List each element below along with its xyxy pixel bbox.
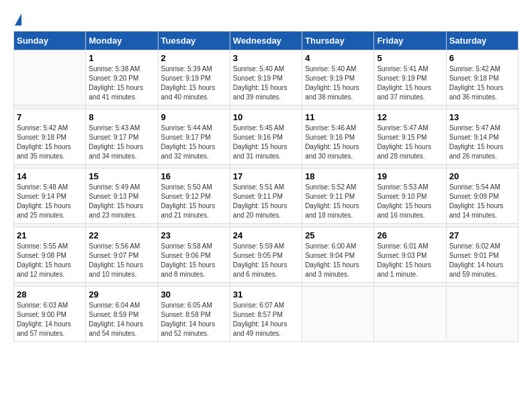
calendar-week-row: 14Sunrise: 5:48 AM Sunset: 9:14 PM Dayli… <box>14 169 519 224</box>
day-info: Sunrise: 5:40 AM Sunset: 9:19 PM Dayligh… <box>305 64 371 102</box>
calendar-day-cell: 23Sunrise: 5:58 AM Sunset: 9:06 PM Dayli… <box>158 228 230 283</box>
day-number: 28 <box>17 289 83 300</box>
calendar-day-cell: 18Sunrise: 5:52 AM Sunset: 9:11 PM Dayli… <box>302 169 374 224</box>
calendar-day-cell: 7Sunrise: 5:42 AM Sunset: 9:18 PM Daylig… <box>14 109 86 165</box>
day-info: Sunrise: 5:39 AM Sunset: 9:19 PM Dayligh… <box>161 64 227 102</box>
day-info: Sunrise: 6:00 AM Sunset: 9:04 PM Dayligh… <box>305 242 371 279</box>
day-number: 27 <box>449 230 515 240</box>
day-number: 13 <box>449 112 515 122</box>
calendar-week-row: 28Sunrise: 6:03 AM Sunset: 9:00 PM Dayli… <box>14 287 519 342</box>
calendar-week-row: 7Sunrise: 5:42 AM Sunset: 9:18 PM Daylig… <box>14 109 519 165</box>
day-number: 9 <box>161 112 227 122</box>
day-info: Sunrise: 5:48 AM Sunset: 9:14 PM Dayligh… <box>17 183 83 220</box>
calendar-day-cell <box>302 287 374 342</box>
day-number: 23 <box>161 230 227 240</box>
day-number: 26 <box>377 230 443 240</box>
calendar-day-cell: 5Sunrise: 5:41 AM Sunset: 9:19 PM Daylig… <box>374 50 446 105</box>
day-info: Sunrise: 6:02 AM Sunset: 9:01 PM Dayligh… <box>449 242 515 279</box>
day-number: 19 <box>377 171 443 181</box>
calendar-day-cell: 14Sunrise: 5:48 AM Sunset: 9:14 PM Dayli… <box>14 169 86 224</box>
day-number: 17 <box>233 171 299 181</box>
day-info: Sunrise: 5:58 AM Sunset: 9:06 PM Dayligh… <box>161 242 227 279</box>
day-info: Sunrise: 5:43 AM Sunset: 9:17 PM Dayligh… <box>89 124 154 161</box>
day-number: 4 <box>305 53 371 63</box>
calendar-day-cell: 3Sunrise: 5:40 AM Sunset: 9:19 PM Daylig… <box>230 50 302 105</box>
column-header-sunday: Sunday <box>14 32 86 50</box>
calendar-day-cell: 4Sunrise: 5:40 AM Sunset: 9:19 PM Daylig… <box>302 50 374 105</box>
day-info: Sunrise: 6:01 AM Sunset: 9:03 PM Dayligh… <box>377 242 443 279</box>
day-info: Sunrise: 5:45 AM Sunset: 9:16 PM Dayligh… <box>233 124 299 161</box>
day-info: Sunrise: 5:54 AM Sunset: 9:09 PM Dayligh… <box>449 183 515 220</box>
calendar-day-cell: 8Sunrise: 5:43 AM Sunset: 9:17 PM Daylig… <box>86 109 158 165</box>
day-info: Sunrise: 5:42 AM Sunset: 9:18 PM Dayligh… <box>17 124 83 161</box>
day-number: 5 <box>377 53 443 63</box>
day-number: 1 <box>89 53 154 63</box>
day-info: Sunrise: 5:44 AM Sunset: 9:17 PM Dayligh… <box>161 124 227 161</box>
calendar-day-cell: 11Sunrise: 5:46 AM Sunset: 9:16 PM Dayli… <box>302 109 374 165</box>
calendar-day-cell: 13Sunrise: 5:47 AM Sunset: 9:14 PM Dayli… <box>446 109 518 165</box>
day-number: 24 <box>233 230 299 240</box>
calendar-week-row: 1Sunrise: 5:38 AM Sunset: 9:20 PM Daylig… <box>14 50 519 105</box>
day-number: 21 <box>17 230 83 240</box>
calendar-day-cell: 21Sunrise: 5:55 AM Sunset: 9:08 PM Dayli… <box>14 228 86 283</box>
calendar-day-cell: 12Sunrise: 5:47 AM Sunset: 9:15 PM Dayli… <box>374 109 446 165</box>
day-info: Sunrise: 5:53 AM Sunset: 9:10 PM Dayligh… <box>377 183 443 220</box>
calendar-day-cell: 31Sunrise: 6:07 AM Sunset: 8:57 PM Dayli… <box>230 287 302 342</box>
calendar-day-cell <box>446 287 518 342</box>
calendar-day-cell: 29Sunrise: 6:04 AM Sunset: 8:59 PM Dayli… <box>86 287 158 342</box>
day-number: 7 <box>17 112 83 122</box>
column-header-tuesday: Tuesday <box>158 32 230 50</box>
day-info: Sunrise: 5:47 AM Sunset: 9:15 PM Dayligh… <box>377 124 443 161</box>
day-number: 16 <box>161 171 227 181</box>
calendar-day-cell: 27Sunrise: 6:02 AM Sunset: 9:01 PM Dayli… <box>446 228 518 283</box>
day-number: 10 <box>233 112 299 122</box>
calendar-day-cell: 15Sunrise: 5:49 AM Sunset: 9:13 PM Dayli… <box>86 169 158 224</box>
day-number: 18 <box>305 171 371 181</box>
day-info: Sunrise: 5:51 AM Sunset: 9:11 PM Dayligh… <box>233 183 299 220</box>
calendar-day-cell: 16Sunrise: 5:50 AM Sunset: 9:12 PM Dayli… <box>158 169 230 224</box>
calendar-week-row: 21Sunrise: 5:55 AM Sunset: 9:08 PM Dayli… <box>14 228 519 283</box>
calendar-day-cell: 26Sunrise: 6:01 AM Sunset: 9:03 PM Dayli… <box>374 228 446 283</box>
day-number: 15 <box>89 171 154 181</box>
page-header <box>13 13 519 24</box>
day-number: 25 <box>305 230 371 240</box>
calendar-day-cell: 28Sunrise: 6:03 AM Sunset: 9:00 PM Dayli… <box>14 287 86 342</box>
column-header-wednesday: Wednesday <box>230 32 302 50</box>
day-info: Sunrise: 5:52 AM Sunset: 9:11 PM Dayligh… <box>305 183 371 220</box>
calendar-day-cell: 9Sunrise: 5:44 AM Sunset: 9:17 PM Daylig… <box>158 109 230 165</box>
day-number: 30 <box>161 289 227 300</box>
day-info: Sunrise: 5:42 AM Sunset: 9:18 PM Dayligh… <box>449 64 515 102</box>
day-number: 11 <box>305 112 371 122</box>
calendar-day-cell: 17Sunrise: 5:51 AM Sunset: 9:11 PM Dayli… <box>230 169 302 224</box>
calendar-day-cell: 25Sunrise: 6:00 AM Sunset: 9:04 PM Dayli… <box>302 228 374 283</box>
calendar-day-cell <box>14 50 86 105</box>
day-info: Sunrise: 5:59 AM Sunset: 9:05 PM Dayligh… <box>233 242 299 279</box>
day-number: 31 <box>233 289 299 300</box>
day-info: Sunrise: 6:03 AM Sunset: 9:00 PM Dayligh… <box>17 301 83 338</box>
day-info: Sunrise: 5:47 AM Sunset: 9:14 PM Dayligh… <box>449 124 515 161</box>
column-header-monday: Monday <box>86 32 158 50</box>
calendar-day-cell <box>374 287 446 342</box>
calendar-day-cell: 22Sunrise: 5:56 AM Sunset: 9:07 PM Dayli… <box>86 228 158 283</box>
day-info: Sunrise: 5:46 AM Sunset: 9:16 PM Dayligh… <box>305 124 371 161</box>
day-number: 29 <box>89 289 154 300</box>
day-number: 14 <box>17 171 83 181</box>
day-info: Sunrise: 5:49 AM Sunset: 9:13 PM Dayligh… <box>89 183 154 220</box>
day-info: Sunrise: 6:05 AM Sunset: 8:58 PM Dayligh… <box>161 301 227 338</box>
day-number: 3 <box>233 53 299 63</box>
calendar-day-cell: 30Sunrise: 6:05 AM Sunset: 8:58 PM Dayli… <box>158 287 230 342</box>
column-header-saturday: Saturday <box>446 32 518 50</box>
day-info: Sunrise: 5:56 AM Sunset: 9:07 PM Dayligh… <box>89 242 154 279</box>
column-header-thursday: Thursday <box>302 32 374 50</box>
logo-icon <box>15 13 21 26</box>
day-number: 2 <box>161 53 227 63</box>
calendar-day-cell: 6Sunrise: 5:42 AM Sunset: 9:18 PM Daylig… <box>446 50 518 105</box>
calendar-table: SundayMondayTuesdayWednesdayThursdayFrid… <box>13 31 519 342</box>
day-number: 20 <box>449 171 515 181</box>
calendar-header-row: SundayMondayTuesdayWednesdayThursdayFrid… <box>14 32 519 50</box>
calendar-day-cell: 10Sunrise: 5:45 AM Sunset: 9:16 PM Dayli… <box>230 109 302 165</box>
calendar-day-cell: 2Sunrise: 5:39 AM Sunset: 9:19 PM Daylig… <box>158 50 230 105</box>
day-info: Sunrise: 5:50 AM Sunset: 9:12 PM Dayligh… <box>161 183 227 220</box>
day-info: Sunrise: 6:07 AM Sunset: 8:57 PM Dayligh… <box>233 301 299 338</box>
calendar-day-cell: 20Sunrise: 5:54 AM Sunset: 9:09 PM Dayli… <box>446 169 518 224</box>
